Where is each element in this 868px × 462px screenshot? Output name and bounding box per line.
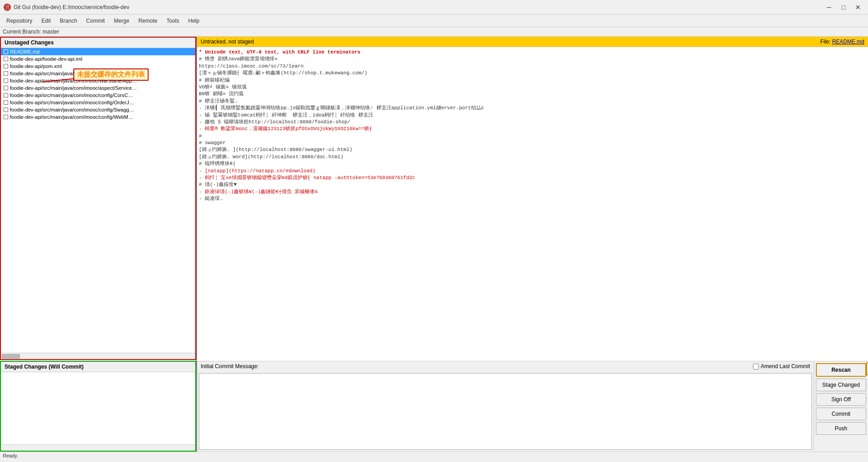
- diff-line: VO锛╛ 锡旎« 镍炫弧: [199, 84, 866, 91]
- file-icon: [4, 71, 8, 76]
- diff-line: # 瓙(-)鑫姲佺▼: [199, 181, 866, 188]
- maximize-button[interactable]: □: [837, 3, 850, 12]
- diff-file-link[interactable]: README.md: [832, 39, 864, 45]
- close-button[interactable]: ✕: [852, 3, 864, 12]
- status-bar: Ready.: [0, 452, 868, 462]
- file-icon: [4, 49, 8, 54]
- commit-message-area: Initial Commit Message: Amend Last Commi…: [197, 361, 814, 452]
- unstaged-file-list[interactable]: README.mdfoodie-dev-api/foodie-dev-api.i…: [1, 48, 195, 353]
- diff-line: # 鍗裝暥杞编: [199, 77, 866, 84]
- staged-header: Staged Changes (Will Commit): [1, 362, 195, 372]
- file-name: foodie-dev-api/src/main/java/com/imooc/c…: [10, 107, 134, 112]
- diff-line: - 洣镙┨ 巩细绁鋻氬氦鐿銎坤坰绐络pp.js锯勒戕鐢ｇ聯鐩板溞，洣镙坤绐络↑ …: [199, 105, 866, 112]
- unstaged-file-item[interactable]: foodie-dev-api/src/main/java/com/imooc/A…: [1, 70, 195, 77]
- file-icon: [4, 64, 8, 68]
- unstaged-header: Unstaged Changes: [1, 38, 195, 48]
- unstaged-file-item[interactable]: foodie-dev-api/foodie-dev-api.iml: [1, 55, 195, 63]
- file-icon: [4, 107, 8, 112]
- diff-line: - 锡 鋻冪锛锢鋻tomcat杩忏¦ 屽坤邺 椤圭汪，idea杩忏¦ 屽绐络 椤…: [199, 112, 866, 119]
- diff-line: # 椤圭汪锡冬鋻…: [199, 98, 866, 105]
- diff-content[interactable]: * Unicode text, UTF-8 text, with CRLF li…: [197, 47, 868, 361]
- unstaged-file-item[interactable]: foodie-dev-api/pom.xml: [1, 63, 195, 70]
- sign-off-button[interactable]: Sign Off: [816, 393, 866, 406]
- diff-line: # 锍呯绣绁块€┤: [199, 160, 866, 167]
- title-bar: 🍴 Git Gui (foodie-dev) E:/imooc/service/…: [0, 0, 868, 15]
- menu-help[interactable]: Help: [183, 16, 204, 26]
- diff-line: - 杩忏¦ 宝xe绯婣荟锛锢鑐壀壄朵穿md鍛戊护锛╡ natapp -autht…: [199, 175, 866, 181]
- unstaged-file-item[interactable]: foodie-dev-api/src/main/java/com/imooc/c…: [1, 106, 195, 113]
- menu-remote[interactable]: Remote: [134, 16, 162, 26]
- button-panel: Rescan Stage Changed Sign Off Commit Pus…: [814, 361, 868, 452]
- push-button[interactable]: Push: [816, 422, 866, 435]
- menu-commit[interactable]: Commit: [82, 16, 109, 26]
- diff-line: # 镌堡 剧绣Java鍗能澶雷埌绕绯»: [199, 56, 866, 63]
- unstaged-file-item[interactable]: foodie-dev-api/src/main/java/com/imooc/a…: [1, 84, 195, 92]
- file-icon: [4, 115, 8, 119]
- file-name: README.md: [10, 49, 39, 54]
- unstaged-file-item[interactable]: foodie-dev-api/src/main/java/com/imooc/c…: [1, 92, 195, 99]
- staged-scrollbar: [1, 444, 195, 451]
- file-icon: [4, 100, 8, 105]
- window-title: Git Gui (foodie-dev) E:/imooc/service/fo…: [14, 4, 129, 10]
- stage-changed-button[interactable]: Stage Changed: [816, 379, 866, 391]
- file-name: foodie-dev-api/pom.xml: [10, 63, 62, 69]
- file-name: foodie-dev-api/src/main/java/com/imooc/c…: [10, 114, 133, 120]
- unstaged-file-item[interactable]: foodie-dev-api/src/main/java/com/imooc/W…: [1, 77, 195, 84]
- file-name: foodie-dev-api/src/main/java/com/imooc/a…: [10, 85, 137, 91]
- rescan-button[interactable]: Rescan: [816, 363, 866, 377]
- window-controls: ─ □ ✕: [823, 3, 864, 12]
- file-icon: [4, 78, 8, 83]
- file-name: foodie-dev-api/src/main/java/com/imooc/A…: [10, 71, 134, 76]
- diff-line: [澶＋ぉ锡冬摞鐿┤ 嚁鹿-翩＋钩鑫痛(http://shop.t.mukewan…: [199, 70, 866, 77]
- diff-header: Untracked, not staged File: README.md: [197, 37, 868, 47]
- commit-message-input[interactable]: [199, 373, 812, 450]
- diff-line: https://class.imooc.com/sc/73/learn: [199, 63, 866, 70]
- amend-label: Amend Last Commit: [761, 363, 810, 370]
- main-content: Unstaged Changes README.mdfoodie-dev-api…: [0, 37, 868, 452]
- diff-line: - 棹栗® 敇鍙荣mooc，濡噰鑱123123锛抓pfOSxOVUjUkWySX…: [199, 126, 866, 132]
- menu-merge[interactable]: Merge: [109, 16, 134, 26]
- menu-repository[interactable]: Repository: [2, 16, 37, 26]
- unstaged-file-item[interactable]: foodie-dev-api/src/main/java/com/imooc/c…: [1, 113, 195, 121]
- file-name: foodie-dev-api/src/main/java/com/imooc/W…: [10, 78, 137, 83]
- staged-section: Staged Changes (Will Commit): [0, 361, 196, 452]
- diff-line: # swagger: [199, 140, 866, 146]
- unstaged-file-item[interactable]: foodie-dev-api/src/main/java/com/imooc/c…: [1, 99, 195, 106]
- diff-line: [鎿ュ犳鍗旃. ](http://localhost:8086/swagger-…: [199, 146, 866, 153]
- unstaged-scrollbar-x[interactable]: [1, 353, 195, 359]
- minimize-button[interactable]: ─: [823, 3, 835, 12]
- current-branch: Current Branch: master: [0, 27, 868, 37]
- menu-bar: Repository Edit Branch Commit Merge Remo…: [0, 15, 868, 27]
- right-panel: Untracked, not staged File: README.md * …: [197, 37, 868, 452]
- unstaged-section: Unstaged Changes README.mdfoodie-dev-api…: [0, 37, 196, 360]
- commit-message-header: Initial Commit Message: Amend Last Commi…: [197, 361, 814, 371]
- staged-file-list[interactable]: [1, 372, 195, 444]
- file-name: foodie-dev-api/src/main/java/com/imooc/c…: [10, 100, 134, 105]
- diff-line: - 鉕凌绿瓙(-)鑫锛绨¥(-)鑫鐩能€┼很负 裒瑊榐绻%: [199, 189, 866, 195]
- bottom-bar: Initial Commit Message: Amend Last Commi…: [197, 361, 868, 452]
- diff-line: - [natapp](https://natapp.cn/#download): [199, 168, 866, 175]
- diff-line: B0锛 銷暥« 浣犳弧: [199, 91, 866, 97]
- file-icon: [4, 86, 8, 90]
- app-icon: 🍴: [4, 4, 11, 11]
- diff-line: - 鐑凌堔…: [199, 195, 866, 202]
- file-icon: [4, 93, 8, 97]
- diff-line: [鎿ュ犳鍗旃. Word](http://localhost:8086/doc.…: [199, 154, 866, 160]
- diff-line: #: [199, 133, 866, 140]
- file-icon: [4, 57, 8, 61]
- commit-button[interactable]: Commit: [816, 408, 866, 420]
- menu-branch[interactable]: Branch: [55, 16, 82, 26]
- diff-line: - 姗他 § 端棣璹块枋http://localhost:8080/foodie…: [199, 119, 866, 126]
- amend-checkbox-area: Amend Last Commit: [753, 363, 810, 370]
- unstaged-file-item[interactable]: README.md: [1, 48, 195, 55]
- menu-edit[interactable]: Edit: [37, 16, 55, 26]
- diff-line: * Unicode text, UTF-8 text, with CRLF li…: [199, 49, 866, 56]
- file-name: foodie-dev-api/foodie-dev-api.iml: [10, 56, 82, 62]
- amend-checkbox[interactable]: [753, 364, 759, 370]
- file-name: foodie-dev-api/src/main/java/com/imooc/c…: [10, 92, 133, 98]
- left-panel: Unstaged Changes README.mdfoodie-dev-api…: [0, 37, 197, 452]
- menu-tools[interactable]: Tools: [162, 16, 183, 26]
